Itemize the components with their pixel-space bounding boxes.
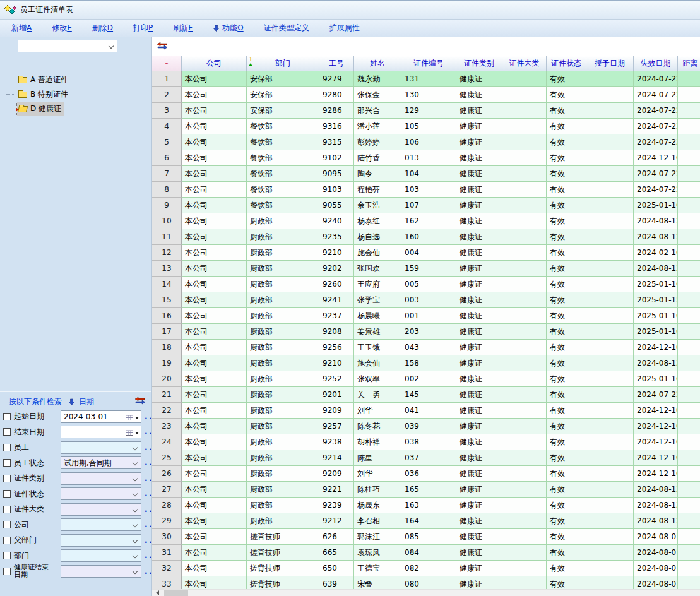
cell[interactable] bbox=[502, 292, 547, 308]
table-row[interactable]: 10本公司厨政部9240杨泰红162健康证有效2024-08-12 bbox=[152, 213, 700, 229]
row-number[interactable]: 13 bbox=[152, 261, 182, 277]
cell[interactable]: 9235 bbox=[319, 229, 354, 245]
cell[interactable]: 健康证 bbox=[456, 482, 502, 498]
row-number[interactable]: 6 bbox=[152, 150, 182, 166]
cell[interactable] bbox=[502, 529, 547, 545]
cell[interactable] bbox=[678, 545, 700, 561]
cell[interactable]: 健康证 bbox=[456, 371, 502, 387]
cell[interactable]: 002 bbox=[401, 371, 456, 387]
row-number[interactable]: 4 bbox=[152, 119, 182, 134]
cell[interactable]: 有效 bbox=[547, 182, 586, 198]
cell[interactable]: 健康证 bbox=[456, 134, 502, 150]
table-row[interactable]: 8本公司餐饮部9103程艳芬103健康证有效2024-07-22 bbox=[152, 182, 700, 198]
cell[interactable]: 9210 bbox=[319, 355, 354, 371]
cell[interactable] bbox=[586, 198, 634, 213]
cell[interactable] bbox=[502, 324, 547, 340]
cell[interactable] bbox=[586, 529, 634, 545]
cell[interactable] bbox=[678, 277, 700, 292]
cell[interactable] bbox=[678, 308, 700, 324]
cell[interactable]: 有效 bbox=[547, 561, 586, 576]
cell[interactable]: 施会仙 bbox=[354, 245, 401, 261]
cert-class-checkbox[interactable] bbox=[3, 506, 11, 513]
cell[interactable]: 有效 bbox=[547, 387, 586, 403]
cert-status-select[interactable] bbox=[61, 487, 141, 500]
cell[interactable]: 038 bbox=[401, 434, 456, 450]
row-number[interactable]: 31 bbox=[152, 545, 182, 561]
cell[interactable]: 003 bbox=[401, 292, 456, 308]
cell[interactable] bbox=[502, 119, 547, 134]
cell[interactable]: 厨政部 bbox=[247, 277, 319, 292]
table-row[interactable]: 22本公司厨政部9209刘华041健康证有效2024-12-10 bbox=[152, 403, 700, 419]
cell[interactable]: 2024-07-22 bbox=[634, 166, 678, 182]
cell[interactable]: 626 bbox=[319, 529, 354, 545]
cell[interactable] bbox=[678, 71, 700, 87]
column-header-10[interactable]: 失效日期 bbox=[634, 56, 678, 71]
row-number[interactable]: 30 bbox=[152, 529, 182, 545]
cell[interactable]: 有效 bbox=[547, 308, 586, 324]
cell[interactable] bbox=[678, 387, 700, 403]
cell[interactable]: 9103 bbox=[319, 182, 354, 198]
cell[interactable]: 厨政部 bbox=[247, 213, 319, 229]
cell[interactable]: 健康证 bbox=[456, 182, 502, 198]
cell[interactable] bbox=[502, 261, 547, 277]
cell[interactable] bbox=[586, 308, 634, 324]
cell[interactable]: 2025-01-16 bbox=[634, 371, 678, 387]
cell[interactable]: 043 bbox=[401, 340, 456, 355]
row-number[interactable]: 21 bbox=[152, 387, 182, 403]
cell[interactable]: 本公司 bbox=[182, 355, 247, 371]
table-row[interactable]: 21本公司厨政部9201关 勇145健康证有效2024-07-22 bbox=[152, 387, 700, 403]
cell[interactable] bbox=[678, 261, 700, 277]
cell[interactable]: 有效 bbox=[547, 498, 586, 513]
cell[interactable]: 厨政部 bbox=[247, 261, 319, 277]
cell[interactable]: 余玉浩 bbox=[354, 198, 401, 213]
cell[interactable] bbox=[502, 182, 547, 198]
toolbar-button-extended-attributes[interactable]: 扩展属性 bbox=[319, 23, 370, 33]
department-select[interactable] bbox=[61, 549, 141, 562]
cell[interactable]: 有效 bbox=[547, 371, 586, 387]
cell[interactable]: 107 bbox=[401, 198, 456, 213]
cell[interactable] bbox=[502, 277, 547, 292]
cell[interactable]: 9256 bbox=[319, 340, 354, 355]
cell[interactable] bbox=[586, 482, 634, 498]
cell[interactable] bbox=[678, 245, 700, 261]
cell[interactable]: 健康证 bbox=[456, 529, 502, 545]
scrollbar-thumb[interactable] bbox=[164, 590, 188, 596]
cell[interactable] bbox=[586, 166, 634, 182]
cell[interactable]: 搓背技师 bbox=[247, 576, 319, 590]
cell[interactable]: 张学宝 bbox=[354, 292, 401, 308]
cell[interactable]: 106 bbox=[401, 134, 456, 150]
table-row[interactable]: 19本公司厨政部9210施会仙158健康证有效2024-08-12 bbox=[152, 355, 700, 371]
cell[interactable] bbox=[678, 576, 700, 590]
cell[interactable]: 有效 bbox=[547, 482, 586, 498]
cell[interactable] bbox=[586, 387, 634, 403]
cell[interactable]: 103 bbox=[401, 182, 456, 198]
cell[interactable]: 9315 bbox=[319, 134, 354, 150]
cell[interactable]: 张双翠 bbox=[354, 371, 401, 387]
cell[interactable]: 2024-12-10 bbox=[634, 434, 678, 450]
employee-select[interactable] bbox=[61, 441, 141, 454]
cell[interactable]: 130 bbox=[401, 87, 456, 103]
cell[interactable]: 2025-01-15 bbox=[634, 292, 678, 308]
cell[interactable]: 厨政部 bbox=[247, 324, 319, 340]
row-number[interactable]: 9 bbox=[152, 198, 182, 213]
cell[interactable] bbox=[502, 561, 547, 576]
cell[interactable]: 2025-01-16 bbox=[634, 324, 678, 340]
cell[interactable]: 有效 bbox=[547, 119, 586, 134]
cell[interactable]: 005 bbox=[401, 277, 456, 292]
cell[interactable]: 本公司 bbox=[182, 308, 247, 324]
table-row[interactable]: 23本公司厨政部9257陈冬花039健康证有效2024-12-10 bbox=[152, 419, 700, 434]
cell[interactable] bbox=[502, 213, 547, 229]
cell[interactable] bbox=[502, 355, 547, 371]
cell[interactable] bbox=[586, 355, 634, 371]
cell[interactable]: 9221 bbox=[319, 482, 354, 498]
cell[interactable]: 本公司 bbox=[182, 371, 247, 387]
cell[interactable] bbox=[502, 371, 547, 387]
row-number[interactable]: 27 bbox=[152, 482, 182, 498]
row-number[interactable]: 5 bbox=[152, 134, 182, 150]
cell[interactable]: 203 bbox=[401, 324, 456, 340]
cell[interactable] bbox=[586, 340, 634, 355]
cell[interactable]: 健康证 bbox=[456, 198, 502, 213]
cell[interactable]: 魏永勤 bbox=[354, 71, 401, 87]
toolbar-button-refresh[interactable]: 刷新F bbox=[163, 23, 203, 33]
cell[interactable]: 9102 bbox=[319, 150, 354, 166]
